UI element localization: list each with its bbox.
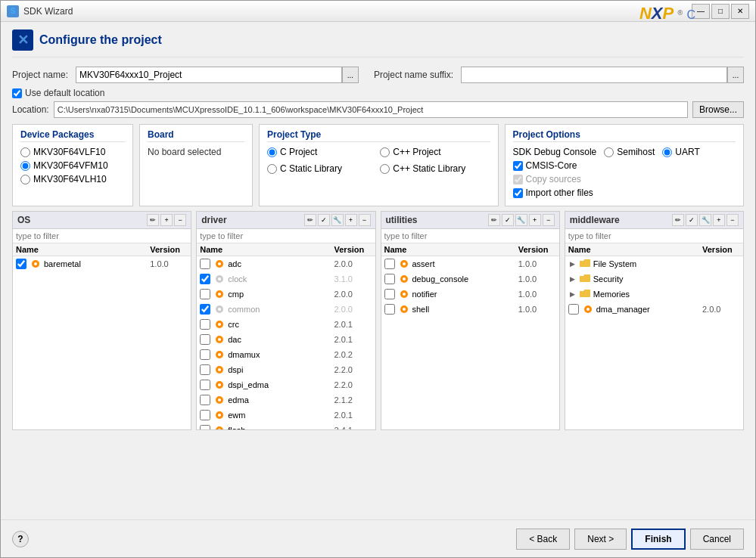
middleware-remove-btn[interactable]: − [726, 214, 739, 226]
list-item[interactable]: notifier 1.0.0 [381, 287, 559, 302]
help-button[interactable]: ? [12, 531, 29, 547]
use-default-location-label[interactable]: Use default location [25, 88, 104, 98]
close-button[interactable]: ✕ [731, 4, 749, 19]
list-item[interactable]: common 2.0.0 [197, 302, 375, 317]
list-item[interactable]: shell 1.0.0 [381, 302, 559, 317]
utilities-edit-btn[interactable]: ✏ [488, 214, 500, 226]
utilities-wrench-btn[interactable]: 🔧 [515, 214, 527, 226]
driver-ewm-check[interactable] [200, 410, 210, 420]
mw-dma-manager-check[interactable] [568, 304, 579, 315]
location-input[interactable] [54, 101, 688, 118]
c-project-label[interactable]: C Project [280, 147, 317, 157]
back-button[interactable]: < Back [516, 529, 570, 550]
semihost-label[interactable]: Semihost [617, 147, 655, 157]
finish-button[interactable]: Finish [631, 529, 685, 550]
list-item[interactable]: assert 1.0.0 [381, 256, 559, 271]
list-item[interactable]: clock 3.1.0 [197, 271, 375, 287]
dp-radio-3[interactable] [20, 175, 30, 184]
maximize-button[interactable]: □ [711, 4, 730, 19]
driver-edma-check[interactable] [200, 395, 210, 405]
util-shell-check[interactable] [384, 304, 395, 315]
list-item[interactable]: dmamux 2.0.2 [197, 347, 375, 362]
driver-dac-check[interactable] [200, 334, 210, 345]
next-button[interactable]: Next > [574, 529, 627, 550]
project-suffix-browse-btn[interactable]: ... [727, 67, 744, 83]
cpp-static-lib-radio[interactable] [380, 164, 390, 174]
cpp-static-lib-label[interactable]: C++ Static Library [393, 163, 465, 174]
uart-radio[interactable] [662, 147, 672, 157]
driver-remove-btn[interactable]: − [359, 214, 371, 226]
c-static-lib-radio[interactable] [267, 164, 277, 174]
os-item-baremetal-check[interactable] [16, 259, 26, 269]
import-other-files-label[interactable]: Import other files [526, 188, 593, 198]
driver-add-btn[interactable]: + [345, 214, 357, 226]
uart-label[interactable]: UART [675, 147, 699, 157]
dp-label-1[interactable]: MKV30F64VLF10 [33, 147, 105, 157]
middleware-add-btn[interactable]: + [713, 214, 725, 226]
c-static-lib-label[interactable]: C Static Library [280, 163, 342, 174]
driver-check-btn[interactable]: ✓ [318, 214, 330, 226]
util-debug-console-check[interactable] [384, 274, 395, 284]
list-item[interactable]: crc 2.0.1 [197, 317, 375, 332]
util-notifier-check[interactable] [384, 289, 395, 299]
use-default-location-checkbox[interactable] [12, 88, 22, 98]
import-other-files-checkbox[interactable] [513, 188, 523, 198]
copy-sources-checkbox[interactable] [513, 175, 523, 184]
driver-crc-check[interactable] [200, 319, 210, 330]
list-item[interactable]: adc 2.0.0 [197, 256, 375, 271]
utilities-filter-input[interactable] [381, 229, 559, 243]
os-add-btn[interactable]: + [160, 214, 173, 226]
project-name-input[interactable] [76, 67, 342, 83]
driver-dspi-check[interactable] [200, 364, 210, 375]
list-item[interactable]: dma_manager 2.0.0 [565, 302, 743, 317]
list-item[interactable]: baremetal 1.0.0 [13, 256, 191, 271]
list-item[interactable]: edma 2.1.2 [197, 392, 375, 408]
list-item[interactable]: dac 2.0.1 [197, 332, 375, 347]
driver-common-check[interactable] [200, 304, 210, 315]
project-suffix-input[interactable] [461, 67, 727, 83]
c-project-radio[interactable] [267, 147, 277, 157]
semihost-radio[interactable] [604, 147, 614, 157]
list-item[interactable]: cmp 2.0.0 [197, 287, 375, 302]
os-edit-btn[interactable]: ✏ [147, 214, 159, 226]
utilities-remove-btn[interactable]: − [543, 214, 555, 226]
driver-cmp-check[interactable] [200, 289, 210, 299]
filesystem-toggle[interactable]: ▶ [568, 259, 577, 268]
driver-wrench-btn[interactable]: 🔧 [331, 214, 344, 226]
driver-edit-btn[interactable]: ✏ [304, 214, 316, 226]
project-name-browse-btn[interactable]: ... [342, 67, 359, 83]
memories-toggle[interactable]: ▶ [568, 290, 577, 299]
cmsis-core-checkbox[interactable] [513, 161, 523, 171]
driver-flash-check[interactable] [200, 425, 210, 429]
cpp-project-label[interactable]: C++ Project [393, 147, 440, 157]
cpp-project-radio[interactable] [380, 147, 390, 157]
dp-label-2[interactable]: MKV30F64VFM10 [33, 160, 108, 171]
utilities-add-btn[interactable]: + [529, 214, 541, 226]
browse-button[interactable]: Browse... [692, 101, 744, 118]
middleware-check-btn[interactable]: ✓ [686, 214, 698, 226]
dp-label-3[interactable]: MKV30F64VLH10 [33, 174, 107, 184]
driver-adc-check[interactable] [200, 259, 210, 269]
driver-filter-input[interactable] [197, 229, 375, 243]
dp-radio-1[interactable] [20, 147, 30, 157]
utilities-check-btn[interactable]: ✓ [502, 214, 514, 226]
util-assert-check[interactable] [384, 259, 395, 269]
security-toggle[interactable]: ▶ [568, 274, 577, 284]
cmsis-core-label[interactable]: CMSIS-Core [526, 160, 577, 171]
driver-dspi-edma-check[interactable] [200, 380, 210, 390]
os-remove-btn[interactable]: − [174, 214, 186, 226]
os-filter-input[interactable] [13, 229, 191, 243]
list-item[interactable]: flash 2.4.1 [197, 423, 375, 429]
tree-item[interactable]: ▶ File System [565, 256, 743, 271]
list-item[interactable]: ewm 2.0.1 [197, 408, 375, 423]
dp-radio-2[interactable] [20, 161, 30, 171]
middleware-filter-input[interactable] [565, 229, 743, 243]
tree-item[interactable]: ▶ Memories [565, 287, 743, 302]
list-item[interactable]: debug_console 1.0.0 [381, 271, 559, 287]
driver-dmamux-check[interactable] [200, 349, 210, 360]
middleware-edit-btn[interactable]: ✏ [672, 214, 684, 226]
list-item[interactable]: dspi 2.2.0 [197, 362, 375, 377]
cancel-button[interactable]: Cancel [690, 529, 744, 550]
driver-clock-check[interactable] [200, 274, 210, 284]
tree-item[interactable]: ▶ Security [565, 271, 743, 287]
